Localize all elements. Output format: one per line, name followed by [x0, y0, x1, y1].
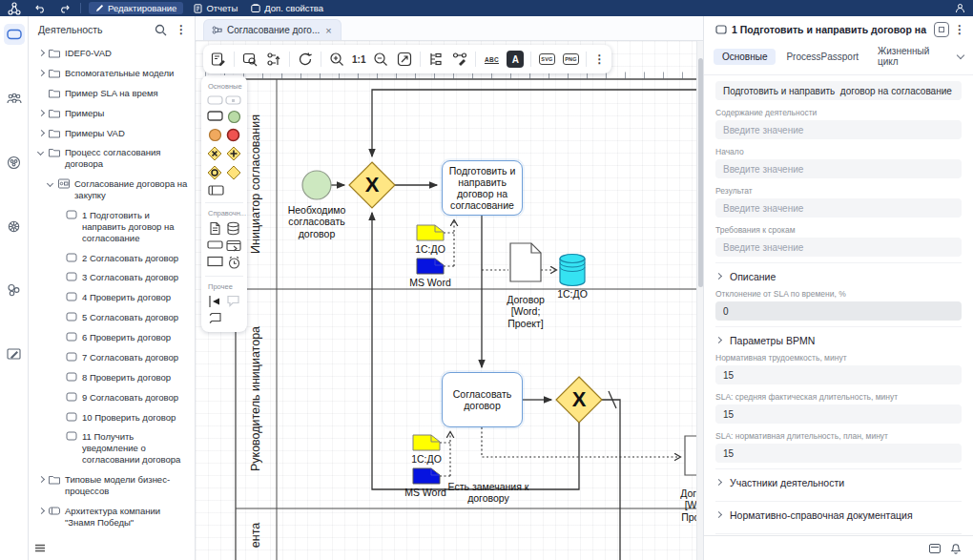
rail-item-clusters[interactable]: [4, 152, 25, 173]
chevron-right-icon[interactable]: [36, 129, 46, 138]
palette-and-gateway-icon[interactable]: [226, 146, 241, 161]
palette-timer-icon[interactable]: [227, 256, 241, 270]
name-field[interactable]: [715, 81, 962, 100]
palette-intermediate-event-icon[interactable]: [208, 128, 222, 142]
sla-actual-duration-field[interactable]: [715, 404, 962, 424]
close-tab-icon[interactable]: ×: [324, 25, 332, 36]
task2-approve-contract[interactable]: Согласовать договор: [442, 372, 523, 427]
folder-yellow-2[interactable]: [413, 435, 440, 450]
edit-connectors-icon[interactable]: [451, 51, 468, 68]
zoom-reset-button[interactable]: 1:1: [352, 51, 365, 68]
redo-button[interactable]: [52, 0, 76, 16]
find-in-model-icon[interactable]: [241, 51, 259, 68]
chevron-right-icon[interactable]: [36, 49, 46, 58]
tab-process-passport[interactable]: ProcessPassport: [777, 49, 867, 65]
locate-on-diagram-button[interactable]: [934, 22, 949, 37]
activity-content-field[interactable]: [715, 120, 962, 139]
tree-item-examples[interactable]: Примеры: [29, 103, 195, 123]
tree-item-task-7[interactable]: 7 Согласовать договор: [29, 347, 195, 367]
table-view-icon[interactable]: [929, 544, 941, 553]
rail-item-models[interactable]: [4, 24, 25, 45]
assoc-task2-to-doc2[interactable]: [482, 427, 680, 457]
canvas-vertical-scrollbar[interactable]: [696, 41, 703, 560]
section-reference-docs[interactable]: Нормативно-справочная документация: [715, 501, 962, 528]
palette-end-event-icon[interactable]: [226, 128, 240, 142]
tree-item-idef0-vad[interactable]: IDEF0-VAD: [29, 43, 195, 63]
user-icon[interactable]: [955, 3, 965, 13]
tab-main[interactable]: Основные: [714, 49, 776, 65]
tree-item-examples-vad[interactable]: Примеры VAD: [29, 123, 195, 143]
scrollbar-thumb[interactable]: [698, 58, 703, 287]
palette-external-system-icon[interactable]: [226, 239, 241, 252]
rail-item-whiteboard[interactable]: [4, 343, 25, 364]
bell-icon[interactable]: [950, 542, 962, 554]
undo-button[interactable]: [29, 0, 52, 16]
collapse-panel-button[interactable]: [34, 544, 46, 554]
tree-item-task-8[interactable]: 8 Проверить договор: [29, 367, 195, 387]
result-field[interactable]: [715, 198, 962, 218]
tree-item-task-4[interactable]: 4 Проверить договор: [29, 287, 195, 307]
tree-item-task-5[interactable]: 5 Согласовать договор: [29, 307, 195, 327]
document1-shape[interactable]: [510, 243, 541, 281]
palette-event-gateway-icon[interactable]: [226, 165, 241, 180]
section-participants[interactable]: Участники деятельности: [715, 468, 962, 495]
tabs-overflow-chevron-icon[interactable]: [957, 52, 965, 61]
palette-frame-icon[interactable]: [207, 256, 223, 267]
palette-task-icon[interactable]: [207, 110, 223, 122]
tree-item-task-3[interactable]: 3 Согласовать договор: [29, 267, 195, 287]
rail-item-governance[interactable]: [4, 216, 25, 237]
palette-connector-icon[interactable]: [208, 295, 222, 308]
task1-prepare-contract[interactable]: Подготовить и направить договор на согла…: [442, 160, 523, 216]
chevron-right-icon[interactable]: [36, 109, 46, 118]
tree-item-contract-process-folder[interactable]: Процесс согласования договора: [29, 142, 195, 174]
tree-item-sla-example[interactable]: Пример SLA на время: [29, 83, 195, 103]
export-png-button[interactable]: PNG: [562, 51, 579, 68]
flow-loop-remarks[interactable]: [372, 213, 579, 489]
refresh-icon[interactable]: [297, 51, 314, 68]
chevron-right-icon[interactable]: [36, 507, 46, 516]
tree-item-task-1[interactable]: 1 Подготовить и направить договор на сог…: [29, 205, 195, 248]
sla-plan-duration-field[interactable]: [715, 444, 962, 463]
toolbar-more-kebab[interactable]: ⋮: [593, 52, 605, 66]
palette-xor-gateway-icon[interactable]: [207, 146, 222, 161]
text-visibility-toggle[interactable]: A: [507, 51, 524, 68]
tree-item-task-11[interactable]: 11 Получить уведомление о согласовании д…: [29, 426, 195, 469]
flow-gateway2-down[interactable]: [602, 400, 620, 560]
fit-to-screen-icon[interactable]: [396, 51, 413, 68]
flow-return-to-gateway1[interactable]: [372, 90, 699, 156]
tab-lifecycle[interactable]: Жизненный цикл: [869, 43, 955, 70]
zoom-in-icon[interactable]: [328, 51, 345, 68]
chevron-right-icon[interactable]: [36, 475, 46, 485]
tree-item-typical-models[interactable]: Типовые модели бизнес-процессов: [29, 469, 195, 501]
export-svg-button[interactable]: SVG: [538, 51, 555, 68]
gateway2-symbol[interactable]: X: [556, 377, 602, 423]
deadline-requirements-field[interactable]: [715, 238, 962, 257]
palette-note-icon[interactable]: [208, 312, 222, 324]
edit-mode-button[interactable]: Редактирование: [89, 2, 183, 14]
folder-blue-1[interactable]: [417, 259, 444, 274]
navigator-menu-kebab[interactable]: ⋮: [176, 23, 187, 36]
normative-effort-field[interactable]: [715, 365, 962, 384]
chevron-down-icon[interactable]: [46, 179, 55, 189]
tree-item-aux-models[interactable]: Вспомогательные модели: [29, 63, 195, 83]
section-bpmn-params[interactable]: Параметры BPMN: [715, 326, 962, 353]
palette-object-icon[interactable]: [207, 239, 223, 250]
folder-blue-2[interactable]: [413, 468, 440, 484]
diagram-stage[interactable]: Инициатор согласования Руководитель иниц…: [196, 41, 703, 560]
edit-form-icon[interactable]: [210, 51, 227, 68]
reports-button[interactable]: Отчеты: [187, 0, 244, 16]
lane-third-partial[interactable]: ента: [238, 509, 274, 560]
rail-item-org-structure[interactable]: [4, 88, 25, 109]
chevron-right-icon[interactable]: [36, 69, 46, 78]
tree-item-task-2[interactable]: 2 Согласовать договор: [29, 248, 195, 268]
rail-item-objects[interactable]: [4, 280, 25, 301]
tree-item-company-architecture[interactable]: Архитектура компании "Знамя Победы": [29, 501, 195, 532]
search-icon[interactable]: [155, 24, 167, 36]
folder-yellow-1[interactable]: [417, 225, 444, 240]
palette-start-event-icon[interactable]: [227, 110, 241, 124]
tree-item-task-9[interactable]: 9 Согласовать договор: [29, 387, 195, 407]
start-field[interactable]: [715, 159, 962, 178]
palette-lane-icon[interactable]: [208, 184, 224, 197]
palette-database-icon[interactable]: [226, 221, 240, 236]
structure-view-icon[interactable]: [427, 51, 445, 68]
